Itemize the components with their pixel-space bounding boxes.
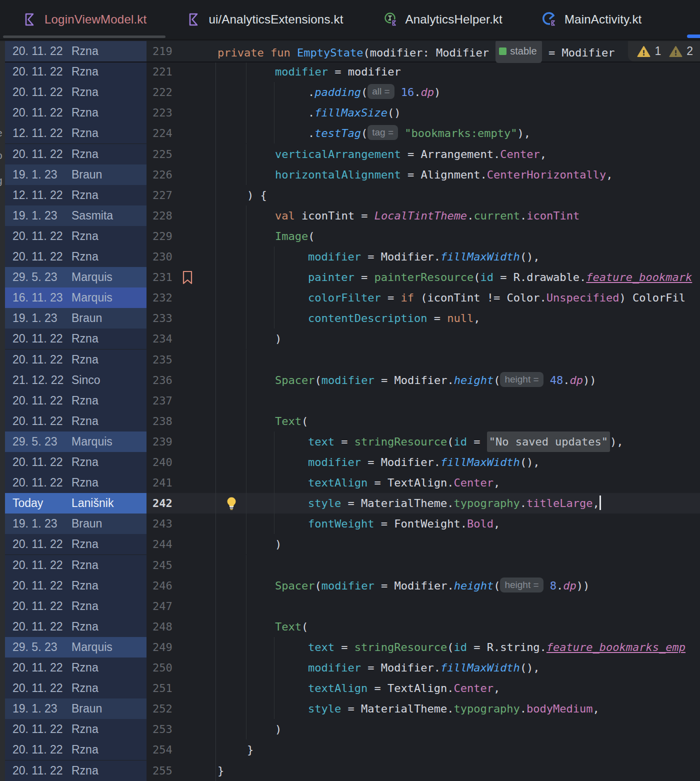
git-blame-annotation[interactable]: 29. 5. 23Marquis <box>5 432 146 452</box>
git-blame-annotation[interactable]: 20. 11. 22Rzna <box>5 760 146 781</box>
line-number[interactable]: 250 <box>152 658 172 678</box>
line-number[interactable]: 239 <box>152 432 172 452</box>
git-blame-annotation[interactable]: 20. 11. 22Rzna <box>5 62 146 82</box>
line-number[interactable]: 236 <box>152 370 172 390</box>
git-blame-annotation[interactable]: 20. 11. 22Rzna <box>5 740 146 760</box>
code-line[interactable]: modifier = Modifier.fillMaxWidth(), <box>218 246 540 267</box>
git-blame-annotation[interactable]: 19. 1. 23Braun <box>5 698 146 719</box>
line-number[interactable]: 225 <box>152 144 172 164</box>
line-number[interactable]: 251 <box>152 678 172 698</box>
line-number[interactable]: 243 <box>152 514 172 534</box>
code-line[interactable]: fontWeight = FontWeight.Bold, <box>218 514 500 534</box>
code-line[interactable]: text = stringResource(id = "No saved upd… <box>218 432 624 452</box>
code-line[interactable]: horizontalAlignment = Alignment.CenterHo… <box>218 164 613 185</box>
git-blame-annotation[interactable]: 20. 11. 22Rzna <box>5 411 146 432</box>
tab-mainactivity-kt[interactable]: MainActivity.kt <box>542 0 642 39</box>
tab-ui-analyticsextensions-kt[interactable]: ui/AnalyticsExtensions.kt <box>186 0 343 39</box>
line-number[interactable]: 254 <box>152 740 172 760</box>
code-line[interactable]: ) <box>218 719 282 740</box>
line-number[interactable]: 240 <box>152 452 172 472</box>
line-number[interactable]: 253 <box>152 719 172 740</box>
git-blame-annotation[interactable]: 20. 11. 22Rzna <box>5 350 146 370</box>
line-number[interactable]: 222 <box>152 82 172 102</box>
code-line[interactable]: val iconTint = LocalTintTheme.current.ic… <box>218 206 580 226</box>
git-blame-annotation[interactable]: 20. 11. 22Rzna <box>5 658 146 678</box>
git-blame-annotation[interactable]: 20. 11. 22Rzna <box>5 472 146 493</box>
line-number[interactable]: 252 <box>152 698 172 719</box>
tab-scrollbar-thumb[interactable] <box>3 36 166 38</box>
line-number[interactable]: 233 <box>152 308 172 328</box>
code-line[interactable]: modifier = Modifier.fillMaxWidth(), <box>218 452 540 472</box>
code-line[interactable]: Spacer(modifier = Modifier.height(height… <box>218 370 596 390</box>
git-blame-annotation[interactable]: 20. 11. 22Rzna <box>5 596 146 616</box>
code-line[interactable]: text = stringResource(id = R.string.feat… <box>218 637 686 658</box>
git-blame-annotation[interactable]: 20. 11. 22Rzna <box>5 41 146 62</box>
code-line[interactable]: Image( <box>218 226 314 246</box>
git-blame-annotation[interactable]: 12. 11. 22Rzna <box>5 185 146 206</box>
git-blame-annotation[interactable]: 20. 11. 22Rzna <box>5 246 146 267</box>
code-line[interactable]: private fun EmptyState(modifier: Modifie… <box>218 41 614 64</box>
code-line[interactable]: verticalArrangement = Arrangement.Center… <box>218 144 546 164</box>
code-line[interactable]: .fillMaxSize() <box>218 102 400 123</box>
code-line[interactable]: } <box>218 760 224 781</box>
code-line[interactable]: ) <box>218 534 282 554</box>
line-number[interactable]: 232 <box>152 288 172 308</box>
line-number[interactable]: 249 <box>152 637 172 658</box>
git-blame-annotation[interactable]: 20. 11. 22Rzna <box>5 328 146 349</box>
tab-loginviewmodel-kt[interactable]: LoginViewModel.kt <box>22 0 146 39</box>
git-blame-annotation[interactable]: 20. 11. 22Rzna <box>5 719 146 740</box>
tab-analyticshelper-kt[interactable]: AnalyticsHelper.kt <box>384 0 502 39</box>
bookmark-icon[interactable] <box>181 270 194 285</box>
git-blame-annotation[interactable]: 12. 11. 22Rzna <box>5 123 146 144</box>
code-line[interactable]: textAlign = TextAlign.Center, <box>218 678 500 698</box>
git-blame-annotation[interactable]: 20. 11. 22Rzna <box>5 226 146 246</box>
git-blame-annotation[interactable]: 19. 1. 23Braun <box>5 514 146 534</box>
git-blame-annotation[interactable]: 20. 11. 22Rzna <box>5 616 146 637</box>
code-line[interactable]: ) <box>218 328 282 349</box>
git-blame-annotation[interactable]: 19. 1. 23Braun <box>5 164 146 185</box>
line-number[interactable]: 227 <box>152 185 172 206</box>
line-number[interactable]: 224 <box>152 123 172 144</box>
line-number[interactable]: 231 <box>152 267 172 288</box>
code-line[interactable]: painter = painterResource(id = R.drawabl… <box>218 267 692 288</box>
line-number[interactable]: 219 <box>152 41 172 62</box>
inspections-widget[interactable]: 1 2 <box>628 41 700 62</box>
code-line[interactable]: modifier = modifier <box>218 62 401 82</box>
code-line[interactable]: modifier = Modifier.fillMaxWidth(), <box>218 658 540 678</box>
line-number[interactable]: 229 <box>152 226 172 246</box>
git-blame-annotation[interactable]: 20. 11. 22Rzna <box>5 452 146 472</box>
line-number[interactable]: 248 <box>152 616 172 637</box>
git-blame-annotation[interactable]: 19. 1. 23Sasmita <box>5 206 146 226</box>
code-line[interactable]: Text( <box>218 616 308 637</box>
code-line[interactable]: style = MaterialTheme.typography.titleLa… <box>218 493 601 514</box>
line-number[interactable]: 245 <box>152 555 172 576</box>
line-number[interactable]: 223 <box>152 102 172 123</box>
git-blame-annotation[interactable]: 20. 11. 22Rzna <box>5 678 146 698</box>
code-line[interactable]: .padding(all = 16.dp) <box>218 82 440 102</box>
git-blame-annotation[interactable]: 20. 11. 22Rzna <box>5 390 146 411</box>
line-number[interactable]: 238 <box>152 411 172 432</box>
git-blame-annotation[interactable]: 20. 11. 22Rzna <box>5 576 146 596</box>
editor[interactable]: eog 20. 11. 22Rzna219private fun EmptySt… <box>0 41 700 781</box>
line-number[interactable]: 244 <box>152 534 172 554</box>
code-line[interactable]: Spacer(modifier = Modifier.height(height… <box>218 576 590 596</box>
git-blame-annotation[interactable]: 16. 11. 23Marquis <box>5 288 146 308</box>
line-number[interactable]: 241 <box>152 472 172 493</box>
line-number[interactable]: 235 <box>152 350 172 370</box>
code-line[interactable]: textAlign = TextAlign.Center, <box>218 472 500 493</box>
git-blame-annotation[interactable]: 29. 5. 23Marquis <box>5 637 146 658</box>
line-number[interactable]: 230 <box>152 246 172 267</box>
line-number[interactable]: 226 <box>152 164 172 185</box>
git-blame-annotation[interactable]: 20. 11. 22Rzna <box>5 144 146 164</box>
code-line[interactable]: colorFilter = if (iconTint != Color.Unsp… <box>218 288 686 308</box>
git-blame-annotation[interactable]: 29. 5. 23Marquis <box>5 267 146 288</box>
git-blame-annotation[interactable]: 20. 11. 22Rzna <box>5 82 146 102</box>
git-blame-annotation[interactable]: 20. 11. 22Rzna <box>5 102 146 123</box>
code-line[interactable]: ) { <box>218 185 267 206</box>
line-number[interactable]: 221 <box>152 62 172 82</box>
code-line[interactable]: } <box>218 740 254 760</box>
line-number[interactable]: 246 <box>152 576 172 596</box>
git-blame-annotation[interactable]: 20. 11. 22Rzna <box>5 555 146 576</box>
code-line[interactable]: Text( <box>218 411 308 432</box>
line-number[interactable]: 247 <box>152 596 172 616</box>
